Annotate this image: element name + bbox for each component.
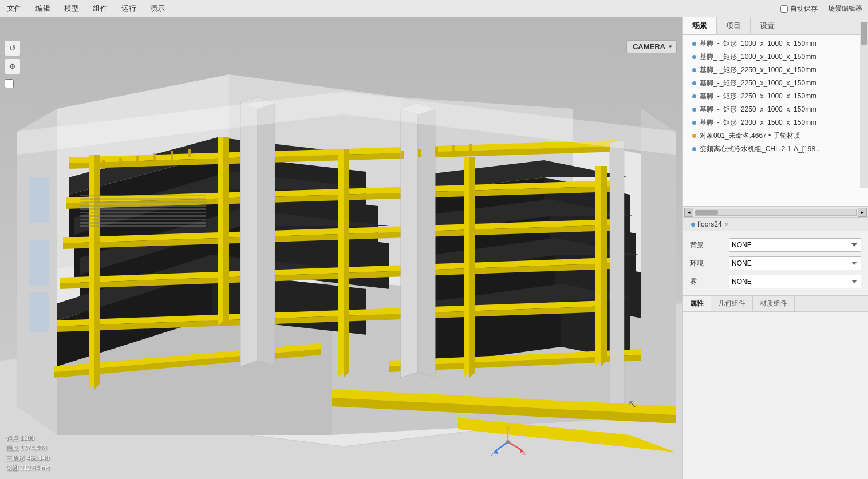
tree-item[interactable]: 对象001_未命名.4667 • 手轮材质 [683, 129, 868, 142]
scene-editor-button[interactable]: 场景编辑器 [824, 3, 866, 15]
h-scrollbar-track[interactable] [695, 209, 857, 216]
floors-tab-item[interactable]: floors24 ✕ [688, 219, 732, 229]
tree-item[interactable]: 基脚_-_矩形_2250_x_1000_x_150mm [683, 90, 868, 103]
menu-item-文件[interactable]: 文件 [0, 1, 29, 16]
tree-item[interactable]: 变频离心式冷水机组_CHL-2-1-A_[198... [683, 142, 868, 156]
property-select-环境[interactable]: NONE [729, 256, 861, 270]
svg-rect-76 [435, 147, 438, 156]
svg-rect-71 [153, 153, 156, 162]
camera-button[interactable]: CAMERA ▾ [626, 40, 677, 53]
svg-marker-55 [338, 149, 344, 378]
svg-rect-78 [469, 144, 472, 152]
svg-marker-60 [601, 166, 607, 366]
tree-dot [692, 121, 696, 125]
svg-rect-88 [80, 212, 206, 213]
right-scroll-thumb[interactable] [861, 22, 867, 45]
stat-triangles: 三角形 468,140 [6, 453, 49, 464]
move-icon: ✥ [9, 62, 16, 71]
tree-item[interactable]: 基脚_-_矩形_1000_x_1000_x_150mm [683, 50, 868, 64]
scene-tree[interactable]: 基脚_-_矩形_1000_x_1000_x_150mm基脚_-_矩形_1000_… [683, 35, 868, 207]
tree-dot [692, 94, 696, 98]
svg-rect-87 [80, 208, 206, 210]
right-panel: 场景项目设置 基脚_-_矩形_1000_x_1000_x_150mm基脚_-_矩… [682, 17, 868, 479]
svg-marker-59 [595, 166, 601, 366]
tree-dot [692, 81, 696, 85]
tree-item[interactable]: 基脚_-_矩形_2250_x_1000_x_150mm [683, 103, 868, 116]
svg-rect-75 [418, 149, 421, 157]
tree-item[interactable]: 基脚_-_矩形_2300_x_1500_x_150mm [683, 116, 868, 129]
scroll-right-button[interactable]: ▸ [858, 208, 867, 217]
viewport[interactable]: CAMERA ▾ ↺ ✥ 矩点 1300 顶点 1374,408 三角形 468… [0, 17, 682, 479]
property-label: 环境 [690, 259, 724, 268]
bottom-tab-属性[interactable]: 属性 [683, 296, 711, 311]
svg-marker-65 [418, 103, 435, 378]
floors-tab-close[interactable]: ✕ [724, 221, 729, 228]
camera-label: CAMERA [633, 42, 665, 51]
svg-marker-57 [464, 157, 469, 378]
scroll-left-button[interactable]: ◂ [684, 208, 693, 217]
svg-rect-72 [171, 151, 173, 160]
tree-item[interactable]: 基脚_-_矩形_2250_x_1000_x_150mm [683, 64, 868, 77]
property-row-环境: 环境NONE [683, 254, 868, 272]
auto-save-checkbox[interactable] [780, 5, 788, 13]
svg-text:Z: Z [491, 452, 494, 457]
svg-rect-85 [80, 201, 206, 203]
svg-marker-51 [89, 155, 94, 389]
svg-rect-10 [29, 177, 49, 223]
svg-rect-86 [80, 205, 206, 207]
svg-marker-61 [240, 97, 258, 366]
viewport-checkbox[interactable] [5, 79, 14, 88]
tree-item-label: 基脚_-_矩形_1000_x_1000_x_150mm [700, 52, 816, 62]
move-button[interactable]: ✥ [5, 58, 21, 74]
menu-item-演示[interactable]: 演示 [143, 1, 172, 16]
right-tab-设置[interactable]: 设置 [751, 17, 784, 34]
svg-rect-84 [80, 198, 206, 200]
svg-rect-77 [452, 145, 455, 154]
auto-save-text: 自动保存 [790, 4, 818, 14]
tree-item[interactable]: 基脚_-_矩形_2250_x_1000_x_150mm [683, 77, 868, 90]
stat-vertices: 矩点 1300 [6, 433, 49, 444]
svg-rect-74 [401, 151, 404, 159]
tree-item-label: 对象001_未命名.4667 • 手轮材质 [700, 131, 800, 141]
left-toolbar: ↺ ✥ [5, 40, 21, 88]
auto-save-label: 自动保存 [780, 4, 818, 14]
right-tab-场景[interactable]: 场景 [683, 17, 717, 34]
svg-rect-73 [188, 149, 191, 157]
menu-item-模型[interactable]: 模型 [57, 1, 86, 16]
svg-rect-69 [119, 158, 122, 167]
tree-dot [692, 68, 696, 72]
svg-point-102 [506, 440, 510, 444]
property-select-背景[interactable]: NONE [729, 238, 861, 252]
property-select-雾[interactable]: NONE [729, 275, 861, 288]
camera-wrapper: CAMERA ▾ [626, 40, 677, 53]
bottom-tab-几何组件[interactable]: 几何组件 [711, 296, 753, 311]
svg-rect-70 [136, 156, 139, 164]
property-row-雾: 雾NONE [683, 272, 868, 291]
right-panel-scrollbar[interactable] [860, 22, 868, 188]
rotate-button[interactable]: ↺ [5, 40, 21, 56]
stat-vertices2: 顶点 1374,408 [6, 443, 49, 453]
tree-dot [692, 147, 696, 151]
menu-item-编辑[interactable]: 编辑 [29, 1, 57, 16]
h-scrollbar-thumb[interactable] [695, 210, 718, 215]
svg-text:Y: Y [509, 422, 512, 427]
svg-marker-54 [223, 137, 229, 326]
menu-item-运行[interactable]: 运行 [115, 1, 143, 16]
scene-3d-canvas [0, 17, 682, 479]
property-label: 背景 [690, 240, 724, 250]
bottom-tab-材质组件[interactable]: 材质组件 [753, 296, 795, 311]
svg-rect-83 [80, 195, 206, 196]
bottom-tabs: 属性几何组件材质组件 [683, 295, 868, 312]
right-panel-tabs: 场景项目设置 [683, 17, 868, 35]
tree-item-label: 基脚_-_矩形_2250_x_1000_x_150mm [700, 105, 816, 114]
menu-item-组件[interactable]: 组件 [86, 1, 115, 16]
svg-rect-11 [29, 240, 49, 286]
svg-rect-68 [102, 160, 105, 169]
menu-bar: 文件编辑模型组件运行演示 [0, 0, 868, 17]
tree-item[interactable]: 基脚_-_矩形_1000_x_1000_x_150mm [683, 37, 868, 50]
floors-tab-bar: floors24 ✕ [683, 218, 868, 231]
svg-rect-12 [29, 292, 49, 332]
tree-dot [692, 134, 696, 138]
svg-rect-92 [80, 225, 206, 227]
right-tab-项目[interactable]: 项目 [717, 17, 751, 34]
